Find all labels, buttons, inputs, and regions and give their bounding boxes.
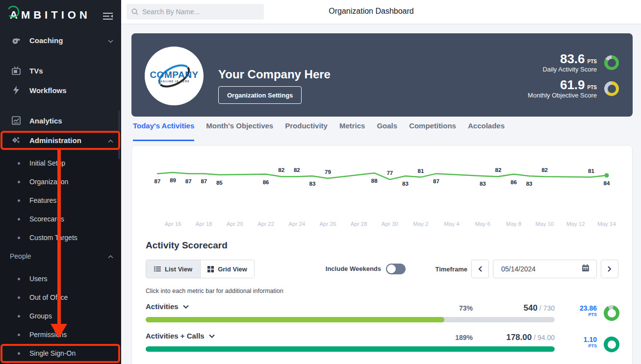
list-view-button[interactable]: List View	[146, 260, 200, 278]
sidebar-item-label: Administration	[29, 136, 81, 145]
tab-productivity[interactable]: Productivity	[285, 121, 328, 141]
include-weekends-label: Include Weekends	[312, 265, 381, 272]
metric-ring-icon	[604, 305, 619, 321]
svg-text:83: 83	[480, 181, 486, 187]
metric-bar-hint: Click into each metric bar for additiona…	[146, 288, 283, 294]
scorecard-controls: List View Grid View Include Weekends Tim…	[132, 260, 633, 278]
chevron-up-icon	[108, 252, 113, 260]
next-day-button[interactable]	[601, 260, 618, 278]
tab-accolades[interactable]: Accolades	[468, 121, 505, 141]
sidebar-item-workflows[interactable]: Workflows	[0, 83, 121, 97]
date-picker[interactable]	[493, 260, 597, 278]
svg-text:83: 83	[309, 181, 316, 187]
svg-text:87: 87	[154, 178, 161, 184]
bullet-icon	[18, 218, 20, 220]
top-bar: Organization Dashboard	[121, 0, 641, 24]
organization-dashboard-app: AMBITION Coaching TVs Workflows	[0, 0, 641, 364]
chevron-down-icon	[183, 305, 189, 309]
include-weekends-toggle[interactable]	[386, 264, 406, 274]
sidebar-item-coaching[interactable]: Coaching	[0, 33, 121, 47]
sidebar-item-single-sign-on[interactable]: Single Sign-On	[0, 348, 121, 359]
grid-icon	[207, 266, 214, 272]
sidebar-item-scorecards[interactable]: Scorecards	[0, 214, 121, 224]
svg-text:May 8: May 8	[506, 221, 521, 227]
score-unit: PTS	[588, 59, 597, 64]
svg-text:May 12: May 12	[566, 221, 585, 227]
sidebar-subitem-label: Organization	[29, 178, 68, 186]
tab-todays-activities[interactable]: Today's Activities	[133, 121, 194, 141]
grid-view-button[interactable]: Grid View	[200, 260, 254, 278]
tab-competitions[interactable]: Competitions	[409, 121, 456, 141]
dashboard-tabs: Today's Activities Month's Objectives Pr…	[133, 121, 505, 141]
sidebar-item-organization[interactable]: Organization	[0, 176, 121, 187]
svg-text:May 14: May 14	[597, 221, 616, 227]
svg-text:83: 83	[526, 181, 533, 187]
metric-values: 540/ 730	[464, 303, 555, 313]
points-unit: PTS	[563, 343, 597, 349]
tab-months-objectives[interactable]: Month's Objectives	[206, 121, 273, 141]
points-value: 1.10	[563, 336, 597, 343]
svg-text:89: 89	[170, 177, 176, 183]
sidebar-item-analytics[interactable]: Analytics	[0, 114, 121, 127]
svg-text:May 2: May 2	[413, 221, 428, 227]
metric-progress-bar[interactable]	[146, 317, 555, 322]
metric-name-button[interactable]: Activities + Calls	[146, 332, 215, 340]
metric-name-button[interactable]: Activities	[146, 302, 189, 311]
view-toggle-group: List View Grid View	[146, 260, 255, 278]
main-content: COMPANY TAGLINE IS HERE Your Company Her…	[121, 24, 641, 364]
tv-icon	[12, 66, 21, 75]
chevron-up-icon	[108, 136, 113, 145]
previous-day-button[interactable]	[471, 260, 489, 278]
sidebar-item-permissions[interactable]: Permissions	[0, 329, 121, 340]
svg-text:87: 87	[201, 178, 207, 184]
sidebar-item-users[interactable]: Users	[0, 273, 121, 284]
sidebar-item-custom-targets[interactable]: Custom Targets	[0, 232, 121, 243]
sidebar-section-people[interactable]: People	[0, 251, 121, 262]
list-view-label: List View	[165, 266, 192, 273]
sidebar-scrollbar[interactable]	[118, 110, 120, 159]
bullet-icon	[18, 352, 20, 355]
sidebar-item-label: Analytics	[29, 117, 62, 125]
sidebar-subitem-label: Permissions	[29, 331, 67, 339]
list-icon	[154, 266, 161, 272]
calendar-icon[interactable]	[582, 264, 590, 274]
page-title: Organization Dashboard	[121, 7, 621, 16]
svg-text:81: 81	[418, 168, 424, 174]
metric-points: 1.10 PTS	[563, 336, 597, 349]
bullet-icon	[18, 278, 20, 280]
svg-text:82: 82	[278, 167, 284, 173]
company-name: Your Company Here	[218, 68, 331, 81]
metric-values: 178.00/ 94.00	[464, 333, 555, 342]
organization-settings-button[interactable]: Organization Settings	[218, 86, 302, 104]
sidebar-item-initial-setup[interactable]: Initial Setup	[0, 158, 121, 169]
date-input[interactable]	[501, 265, 570, 273]
collapse-sidebar-icon[interactable]	[103, 12, 113, 21]
logo-ring-icon	[6, 5, 20, 19]
svg-text:Apr 24: Apr 24	[288, 221, 305, 227]
tab-metrics[interactable]: Metrics	[339, 121, 365, 141]
svg-text:May 6: May 6	[475, 221, 490, 227]
company-card: COMPANY TAGLINE IS HERE Your Company Her…	[131, 33, 633, 117]
metric-progress-bar[interactable]	[146, 346, 555, 352]
logo-tagline: TAGLINE IS HERE	[145, 80, 204, 83]
whistle-icon	[12, 36, 21, 45]
tab-goals[interactable]: Goals	[377, 121, 397, 141]
svg-text:May 10: May 10	[536, 221, 554, 227]
metric-percent: 73%	[391, 304, 473, 312]
sidebar-item-tvs[interactable]: TVs	[0, 64, 121, 77]
bullet-icon	[18, 237, 20, 239]
score-value: 61.9	[560, 77, 585, 92]
sidebar-item-features[interactable]: Features	[0, 195, 121, 206]
sidebar-item-administration[interactable]: Administration	[0, 133, 121, 147]
svg-text:Apr 30: Apr 30	[382, 221, 398, 227]
sidebar-item-groups[interactable]: Groups	[0, 311, 121, 321]
svg-text:87: 87	[185, 178, 192, 184]
bullet-icon	[18, 162, 20, 165]
metric-row-activities-calls: Activities + Calls 189% 178.00/ 94.00 1.…	[146, 330, 619, 357]
sidebar-subitem-label: Single Sign-On	[29, 349, 76, 357]
svg-text:86: 86	[263, 179, 269, 185]
sidebar-item-out-of-office[interactable]: Out of Office	[0, 292, 121, 303]
svg-text:Apr 20: Apr 20	[227, 221, 243, 227]
metric-target: / 94.00	[534, 334, 555, 341]
sidebar-item-label: Coaching	[29, 36, 63, 45]
